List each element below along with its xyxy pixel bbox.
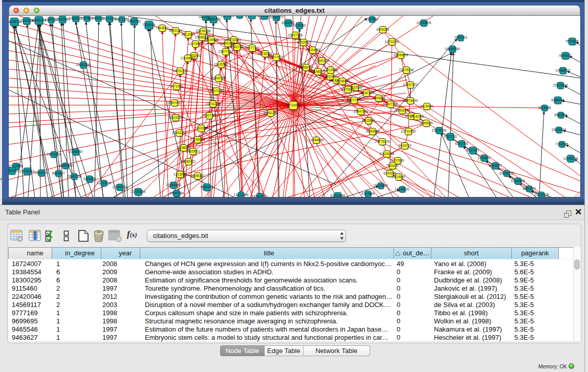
svg-text:7637085: 7637085	[210, 89, 223, 93]
svg-text:6385949: 6385949	[551, 98, 564, 102]
svg-text:9747069: 9747069	[361, 192, 375, 195]
svg-text:18216207: 18216207	[258, 52, 273, 55]
svg-text:19192414: 19192414	[20, 169, 35, 173]
svg-text:4827087: 4827087	[466, 148, 480, 152]
svg-text:20053346: 20053346	[76, 63, 91, 67]
svg-text:11120542: 11120542	[214, 62, 228, 66]
svg-text:20296003: 20296003	[190, 138, 205, 141]
svg-text:5080428: 5080428	[200, 185, 213, 189]
svg-text:18495699: 18495699	[394, 53, 408, 57]
svg-text:23775276: 23775276	[375, 140, 390, 143]
svg-text:3643709: 3643709	[398, 144, 411, 147]
svg-text:19986573: 19986573	[556, 69, 571, 72]
svg-text:6893898: 6893898	[372, 96, 385, 100]
svg-text:12346294: 12346294	[563, 157, 578, 160]
svg-text:11725264: 11725264	[131, 190, 146, 193]
svg-text:22109625: 22109625	[204, 38, 219, 41]
svg-text:21710950: 21710950	[401, 129, 416, 133]
svg-text:14825621: 14825621	[186, 149, 201, 153]
svg-text:8737689: 8737689	[391, 159, 404, 162]
svg-text:21556184: 21556184	[299, 65, 314, 69]
svg-text:14570299: 14570299	[47, 152, 61, 156]
svg-text:20661059: 20661059	[315, 59, 330, 62]
svg-text:7515526: 7515526	[142, 23, 156, 27]
svg-text:18724007: 18724007	[286, 103, 301, 107]
svg-text:9964927: 9964927	[52, 171, 65, 175]
svg-text:16036420: 16036420	[335, 79, 350, 83]
svg-text:8680073: 8680073	[522, 187, 536, 190]
svg-text:1213621: 1213621	[173, 172, 187, 176]
svg-text:23226058: 23226058	[196, 29, 211, 33]
svg-text:15624652: 15624652	[306, 48, 320, 52]
svg-text:9989760: 9989760	[127, 19, 141, 23]
svg-text:20547084: 20547084	[169, 191, 184, 195]
svg-text:21978944: 21978944	[403, 99, 418, 102]
svg-text:23927018: 23927018	[202, 114, 217, 117]
svg-text:3547931: 3547931	[253, 194, 267, 197]
svg-text:4045266: 4045266	[376, 28, 389, 31]
svg-text:6652654: 6652654	[554, 113, 568, 117]
svg-text:22437970: 22437970	[403, 83, 418, 86]
svg-text:20681358: 20681358	[67, 174, 82, 178]
svg-text:2499382: 2499382	[477, 156, 491, 160]
svg-text:2019580: 2019580	[392, 175, 405, 179]
svg-text:8912954: 8912954	[182, 33, 195, 36]
svg-text:7881691: 7881691	[386, 164, 399, 167]
svg-text:15831662: 15831662	[374, 184, 388, 187]
svg-text:17077493: 17077493	[347, 98, 362, 102]
svg-text:8663637: 8663637	[489, 164, 502, 167]
svg-text:22025944: 22025944	[553, 83, 568, 87]
svg-text:19384554: 19384554	[309, 138, 324, 142]
svg-text:15412844: 15412844	[55, 17, 70, 21]
svg-text:11440506: 11440506	[511, 179, 526, 183]
svg-text:11615948: 11615948	[380, 152, 395, 156]
svg-text:11396351: 11396351	[190, 174, 205, 178]
svg-text:1524461: 1524461	[221, 16, 234, 17]
svg-text:9115460: 9115460	[421, 104, 433, 108]
svg-text:23459589: 23459589	[221, 41, 235, 45]
svg-text:10827226: 10827226	[288, 33, 303, 37]
svg-text:11298202: 11298202	[177, 146, 191, 149]
svg-text:12144882: 12144882	[181, 56, 195, 60]
svg-text:12012889: 12012889	[323, 68, 338, 72]
svg-text:10548367: 10548367	[69, 150, 83, 154]
svg-text:11577871: 11577871	[269, 55, 284, 59]
svg-text:16645213: 16645213	[499, 171, 514, 175]
svg-text:23511329: 23511329	[206, 102, 221, 105]
svg-text:9527110: 9527110	[444, 135, 457, 138]
svg-text:18352153: 18352153	[359, 91, 374, 95]
svg-text:19585721: 19585721	[181, 160, 196, 163]
svg-text:2483698: 2483698	[83, 177, 96, 181]
svg-text:8960124: 8960124	[169, 29, 182, 32]
svg-text:9699695: 9699695	[420, 121, 433, 125]
svg-text:7857274: 7857274	[454, 36, 467, 39]
svg-text:12447051: 12447051	[354, 110, 368, 113]
svg-text:23347038: 23347038	[534, 193, 549, 196]
svg-text:2126120: 2126120	[35, 171, 48, 174]
svg-text:21540993: 21540993	[166, 183, 181, 187]
svg-text:8370629: 8370629	[341, 87, 355, 91]
svg-text:3724764: 3724764	[233, 16, 246, 17]
svg-text:7663822: 7663822	[156, 26, 169, 30]
svg-text:18645631: 18645631	[395, 187, 410, 191]
svg-text:4333554: 4333554	[362, 119, 375, 122]
svg-text:10722291: 10722291	[385, 40, 400, 43]
svg-text:15307837: 15307837	[167, 101, 182, 104]
svg-text:2750675: 2750675	[396, 108, 409, 112]
svg-text:5471069: 5471069	[170, 84, 183, 88]
svg-text:20745777: 20745777	[269, 16, 284, 19]
svg-text:21217609: 21217609	[97, 181, 112, 185]
svg-text:2087682: 2087682	[365, 17, 379, 21]
svg-text:17142930: 17142930	[410, 115, 425, 118]
svg-text:23307362: 23307362	[383, 102, 398, 106]
svg-text:23702558: 23702558	[331, 194, 345, 197]
svg-text:14610981: 14610981	[9, 169, 19, 172]
svg-text:14702316: 14702316	[173, 69, 188, 73]
svg-text:13421244: 13421244	[234, 193, 249, 196]
svg-text:23475238: 23475238	[399, 68, 414, 72]
svg-text:6201431: 6201431	[245, 16, 258, 17]
svg-text:11277143: 11277143	[245, 46, 260, 50]
svg-text:16648784: 16648784	[445, 47, 460, 51]
svg-text:16481230: 16481230	[264, 111, 278, 115]
svg-text:5381731: 5381731	[230, 45, 244, 49]
